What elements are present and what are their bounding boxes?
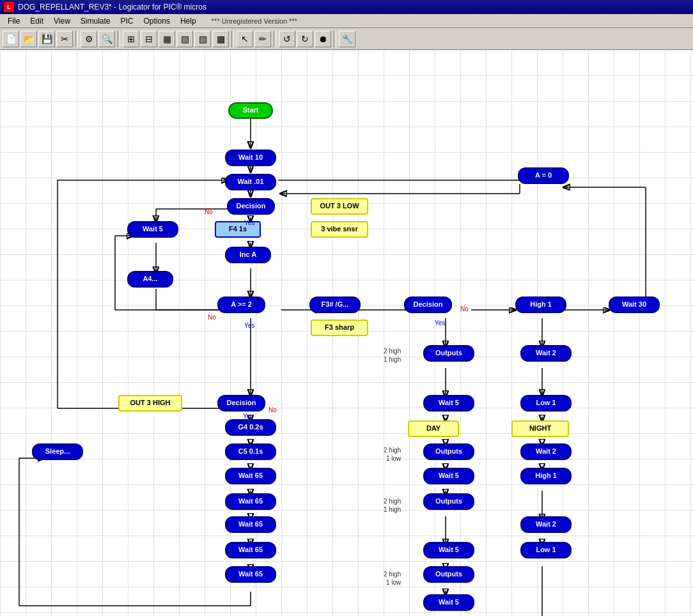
label-no2: No bbox=[208, 314, 216, 321]
node-wait2-3[interactable]: Wait 2 bbox=[520, 516, 572, 533]
node-out3high[interactable]: OUT 3 HIGH bbox=[118, 395, 182, 412]
menu-help[interactable]: Help bbox=[175, 15, 201, 27]
node-decision3[interactable]: Decision bbox=[217, 395, 265, 412]
menu-view[interactable]: View bbox=[49, 15, 75, 27]
node-a4dots[interactable]: A4... bbox=[127, 271, 173, 288]
unregistered-label: *** Unregistered Version *** bbox=[206, 16, 303, 26]
node-wait5-left[interactable]: Wait 5 bbox=[127, 221, 178, 238]
grid4-button[interactable]: ▧ bbox=[176, 31, 193, 47]
label-yes2: Yes bbox=[244, 322, 254, 329]
node-low1-1[interactable]: Low 1 bbox=[520, 395, 572, 412]
node-wait5-mid1[interactable]: Wait 5 bbox=[423, 395, 474, 412]
node-outputs4[interactable]: Outputs bbox=[423, 566, 474, 583]
node-wait65-1[interactable]: Wait 65 bbox=[225, 468, 276, 484]
grid5-button[interactable]: ▨ bbox=[194, 31, 211, 47]
record-button[interactable]: ⏺ bbox=[315, 31, 331, 47]
window-title: DOG_REPELLANT_REV3* - Logicator for PIC®… bbox=[18, 3, 206, 12]
app-icon: L bbox=[4, 2, 14, 12]
node-day[interactable]: DAY bbox=[408, 420, 459, 437]
node-night[interactable]: NIGHT bbox=[511, 420, 569, 437]
undo-button[interactable]: ↺ bbox=[279, 31, 295, 47]
node-f3sharp[interactable]: F3# /G... bbox=[309, 296, 361, 313]
node-start[interactable]: Start bbox=[228, 102, 273, 119]
node-3vibe[interactable]: 3 vibe snsr bbox=[311, 221, 368, 238]
node-sleep[interactable]: Sleep... bbox=[32, 443, 83, 460]
grid6-button[interactable]: ▩ bbox=[212, 31, 229, 47]
toolbar-sep-5 bbox=[334, 31, 336, 47]
menu-options[interactable]: Options bbox=[139, 15, 175, 27]
menu-simulate[interactable]: Simulate bbox=[75, 15, 116, 27]
node-wait30[interactable]: Wait 30 bbox=[609, 296, 660, 313]
menu-bar: File Edit View Simulate PIC Options Help… bbox=[0, 14, 693, 28]
node-decision1[interactable]: Decision bbox=[227, 198, 275, 215]
menu-edit[interactable]: Edit bbox=[25, 15, 49, 27]
label-no1: No bbox=[205, 208, 213, 215]
node-a-ge-2[interactable]: A >= 2 bbox=[217, 296, 265, 313]
title-bar: L DOG_REPELLANT_REV3* - Logicator for PI… bbox=[0, 0, 693, 14]
menu-pic[interactable]: PIC bbox=[116, 15, 139, 27]
grid2-button[interactable]: ⊟ bbox=[141, 31, 157, 47]
grid1-button[interactable]: ⊞ bbox=[123, 31, 139, 47]
label-no4: No bbox=[269, 406, 277, 413]
node-out3low[interactable]: OUT 3 LOW bbox=[311, 198, 368, 215]
node-wait65-2[interactable]: Wait 65 bbox=[225, 493, 276, 510]
label-2high1low-1: 2 high1 low bbox=[384, 446, 401, 463]
label-yes4: Yes bbox=[243, 413, 253, 420]
node-wait5-mid4[interactable]: Wait 5 bbox=[423, 594, 474, 611]
label-2high1low-2: 2 high1 low bbox=[384, 570, 401, 587]
cursor-button[interactable]: ↖ bbox=[237, 31, 253, 47]
label-yes3: Yes bbox=[435, 320, 445, 327]
draw-button[interactable]: ✏ bbox=[254, 31, 271, 47]
node-wait-dot01[interactable]: Wait .01 bbox=[225, 174, 276, 190]
settings-button[interactable]: ⚙ bbox=[81, 31, 97, 47]
node-decision2[interactable]: Decision bbox=[404, 296, 452, 313]
redo-button[interactable]: ↻ bbox=[297, 31, 313, 47]
new-button[interactable]: 📄 bbox=[3, 31, 19, 47]
toolbar-sep-4 bbox=[274, 31, 276, 47]
node-low1-2[interactable]: Low 1 bbox=[520, 542, 572, 558]
tool-button[interactable]: 🔧 bbox=[339, 31, 355, 47]
node-outputs1[interactable]: Outputs bbox=[423, 345, 474, 362]
cut-button[interactable]: ✂ bbox=[56, 31, 73, 47]
node-high1-top[interactable]: High 1 bbox=[515, 296, 566, 313]
node-wait5-mid2[interactable]: Wait 5 bbox=[423, 468, 474, 484]
node-wait2-1[interactable]: Wait 2 bbox=[520, 345, 572, 362]
node-wait65-4[interactable]: Wait 65 bbox=[225, 542, 276, 558]
node-wait2-2[interactable]: Wait 2 bbox=[520, 443, 572, 460]
open-button[interactable]: 📂 bbox=[20, 31, 37, 47]
node-outputs3[interactable]: Outputs bbox=[423, 493, 474, 510]
label-no3: No bbox=[460, 305, 469, 312]
node-wait65-5[interactable]: Wait 65 bbox=[225, 566, 276, 583]
zoom-button[interactable]: 🔍 bbox=[98, 31, 115, 47]
node-f3sharp-note[interactable]: F3 sharp bbox=[311, 320, 368, 336]
node-wait10[interactable]: Wait 10 bbox=[225, 150, 276, 166]
node-inc-a[interactable]: Inc A bbox=[225, 247, 271, 263]
label-2high1high-2: 2 high1 high bbox=[384, 497, 401, 514]
node-outputs2[interactable]: Outputs bbox=[423, 443, 474, 460]
grid3-button[interactable]: ▦ bbox=[159, 31, 175, 47]
toolbar-sep-1 bbox=[75, 31, 78, 47]
toolbar: 📄 📂 💾 ✂ ⚙ 🔍 ⊞ ⊟ ▦ ▧ ▨ ▩ ↖ ✏ ↺ ↻ ⏺ 🔧 bbox=[0, 28, 693, 50]
menu-file[interactable]: File bbox=[3, 15, 25, 27]
label-yes1: Yes bbox=[244, 219, 254, 226]
node-wait65-3[interactable]: Wait 65 bbox=[225, 516, 276, 533]
node-high1-mid[interactable]: High 1 bbox=[520, 468, 572, 484]
node-wait5-mid3[interactable]: Wait 5 bbox=[423, 542, 474, 558]
save-button[interactable]: 💾 bbox=[38, 31, 55, 47]
toolbar-sep-3 bbox=[231, 31, 234, 47]
node-c5-0-1s[interactable]: C5 0.1s bbox=[225, 443, 276, 460]
canvas-area[interactable]: Start Wait 10 Wait .01 A = 0 Decision No… bbox=[0, 50, 693, 616]
toolbar-sep-2 bbox=[118, 31, 120, 47]
node-a-eq-0[interactable]: A = 0 bbox=[518, 167, 569, 184]
label-2high1high: 2 high1 high bbox=[384, 347, 401, 364]
node-g4-0-2s[interactable]: G4 0.2s bbox=[225, 419, 276, 436]
